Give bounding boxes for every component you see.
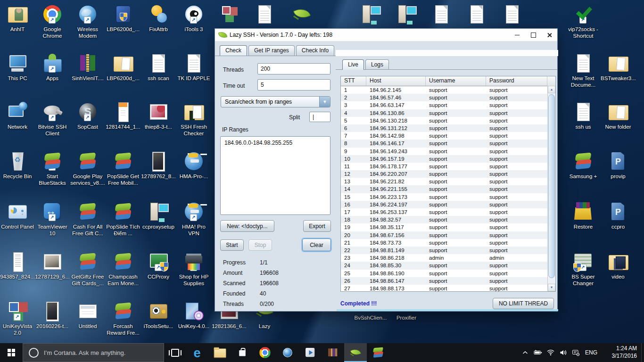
table-row[interactable]: 26184.98.86.147supportsupport [341, 277, 555, 285]
desktop-icon-lbp6200d[interactable]: LBP6200d_... [106, 4, 140, 33]
table-row[interactable]: 21184.98.73.73supportsupport [341, 239, 555, 247]
table-row[interactable]: 1184.96.2.145supportsupport [341, 86, 555, 94]
desktop-icon-doc[interactable] [495, 4, 529, 26]
table-row[interactable]: 27184.98.88.173supportsupport [341, 285, 555, 292]
table-row[interactable]: 7184.96.142.98supportsupport [341, 132, 555, 140]
tray-chevron-button[interactable] [519, 343, 531, 362]
desktop-icon-sinhvienit[interactable]: SinhVienIT.... [70, 53, 105, 82]
desktop-icon-anhit[interactable]: AnhIT [0, 4, 35, 33]
desktop-icon-video[interactable]: video [601, 251, 636, 280]
show-desktop-button[interactable] [641, 343, 644, 362]
desktop-icon-start-bluestacks[interactable]: ↗Start BlueStacks [35, 151, 70, 186]
desktop-icon-new-text-docume[interactable]: New Text Docume... [566, 53, 601, 88]
taskbar-app-store[interactable] [231, 343, 254, 362]
taskbar-app-browser[interactable] [276, 343, 299, 362]
table-row[interactable]: 15184.96.223.173supportsupport [341, 193, 555, 201]
table-row[interactable]: 8184.96.146.17supportsupport [341, 140, 555, 147]
desktop-icon-hma-pro[interactable]: HMA-Pro-... [176, 151, 211, 180]
table-row[interactable]: 3184.96.63.147supportsupport [341, 101, 555, 109]
ip-ranges-textarea[interactable]: 184.96.0.0-184.98.255.255 [220, 136, 330, 215]
results-tab-live[interactable]: Live [342, 59, 364, 70]
desktop-icon-cash-for-all-free-gift-c[interactable]: Cash For All Free Gift C... [70, 201, 105, 237]
desktop-icon-shop-for-hp-supplies[interactable]: ↗Shop for HP Supplies [176, 251, 211, 287]
desktop-icon-hma-pro-vpn[interactable]: ↗HMA! Pro VPN [176, 201, 211, 237]
table-row[interactable]: 23184.98.86.218adminadmin [341, 254, 555, 262]
desktop-icon-sopcast[interactable]: ↗SopCast [70, 101, 105, 130]
desktop-icon-apps[interactable]: ↗Apps [35, 53, 70, 82]
table-scrollbar[interactable]: ▲ ▼ [547, 86, 555, 291]
desktop-icon-lbp6200d[interactable]: LBP6200d_... [106, 53, 140, 82]
language-indicator[interactable]: ENG [582, 343, 600, 362]
table-row[interactable]: 2184.96.57.46supportsupport [341, 94, 555, 101]
clear-button[interactable]: Clear [302, 239, 331, 251]
tab-get-ip-ranges[interactable]: Get IP ranges [248, 45, 295, 56]
column-header-stt[interactable]: STT [341, 76, 366, 86]
desktop-icon-network[interactable]: Network [0, 101, 35, 130]
maximize-button[interactable] [525, 29, 541, 41]
desktop-icon-tk-id-apple[interactable]: TK ID APPLE [176, 53, 211, 82]
scroll-up-icon[interactable]: ▲ [548, 86, 555, 93]
desktop-icon-recycle-bin[interactable]: Recycle Bin [0, 151, 35, 180]
desktop-icon-12814744-1[interactable]: 12814744_1... [106, 101, 140, 130]
table-row[interactable]: 19184.98.35.117supportsupport [341, 223, 555, 231]
column-header-username[interactable]: Username [426, 76, 486, 86]
desktop-icon-unikey-4-0[interactable]: UniKey-4.0... [176, 301, 211, 329]
desktop-icon-popslide-get-free-mobil[interactable]: PopSlide Get Free Mobil... [106, 151, 140, 186]
tab-check-info[interactable]: Check Info [296, 45, 334, 56]
desktop-icon-teamviewer-10[interactable]: ↗TeamViewer 10 [35, 201, 70, 237]
results-tab-logs[interactable]: Logs [365, 59, 389, 70]
close-button[interactable] [541, 29, 557, 41]
split-input[interactable] [309, 112, 330, 122]
table-row[interactable]: 12184.96.220.207supportsupport [341, 170, 555, 178]
table-row[interactable]: 17184.96.253.137supportsupport [341, 208, 555, 216]
task-view-button[interactable] [164, 343, 186, 362]
desktop-icon-new-folder[interactable]: New folder [601, 101, 636, 130]
table-row[interactable]: 18184.98.32.57supportsupport [341, 216, 555, 223]
desktop-icon-ssh-us[interactable]: ssh us [566, 101, 601, 130]
taskbar-app-books[interactable] [322, 343, 344, 362]
desktop-icon-champcash-earn-mone[interactable]: Champcash Earn Mone... [106, 251, 140, 287]
table-row[interactable]: 13184.96.221.82supportsupport [341, 178, 555, 185]
action-center-button[interactable] [570, 343, 582, 362]
desktop-icon-samsung[interactable]: Samsung + [566, 151, 601, 180]
table-row[interactable]: 6184.96.131.212supportsupport [341, 124, 555, 132]
table-row[interactable]: 20184.98.67.156supportsupport [341, 231, 555, 239]
new-button[interactable]: New: <!doctyp... [220, 220, 274, 232]
export-button[interactable]: Export [303, 220, 331, 232]
desktop-icon-itools-3[interactable]: ↗iTools 3 [176, 4, 211, 33]
desktop-icon-restore[interactable]: Restore [566, 201, 601, 230]
taskbar-app-edge[interactable] [186, 343, 208, 362]
battery-button[interactable] [531, 343, 544, 362]
desktop-icon-ssh-scan[interactable]: ssh scan [141, 53, 176, 82]
desktop-icon-forcash-reward-fre[interactable]: Forcash Reward Fre... [106, 301, 140, 336]
minimize-button[interactable] [509, 29, 525, 41]
taskbar-app-bluestacks[interactable] [367, 343, 389, 362]
desktop-icon-20160226-t[interactable]: 20160226-t... [35, 301, 70, 329]
desktop-icon-google-play-services-v8[interactable]: Google Play services_v8.... [70, 151, 105, 186]
desktop-icon-12789762-8[interactable]: 12789762_8... [141, 151, 176, 180]
desktop-icon-provip[interactable]: provip [601, 151, 636, 180]
desktop-icon-itoolssetu[interactable]: iToolsSetu... [141, 301, 176, 329]
desktop-icon-doc[interactable] [424, 4, 459, 26]
window-titlebar[interactable]: Lazy SSH - Version 1.7.0 - Day lefts: 19… [215, 29, 557, 41]
table-row[interactable]: 9184.96.149.243supportsupport [341, 148, 555, 155]
start-button[interactable]: Start [220, 239, 244, 251]
column-header-password[interactable]: Password [486, 76, 547, 86]
timeout-input[interactable] [257, 79, 330, 90]
taskbar-app-chrome[interactable] [254, 343, 276, 362]
table-row[interactable]: 25184.98.86.190supportsupport [341, 270, 555, 277]
scan-mode-dropdown[interactable]: Scan/check from ip ranges [221, 96, 330, 107]
scroll-down-icon[interactable]: ▼ [548, 284, 555, 291]
tab-check[interactable]: Check [220, 45, 247, 56]
cortana-search-box[interactable]: I’m Cortana. Ask me anything. [23, 343, 164, 362]
desktop-icon-ccproxy[interactable]: ↗CCProxy [141, 251, 176, 280]
dropdown-arrow-icon[interactable] [319, 97, 330, 107]
desktop-icon-doc[interactable] [459, 4, 494, 26]
table-row[interactable]: 24184.98.85.30supportsupport [341, 262, 555, 269]
desktop-icon-pccd[interactable] [353, 4, 388, 26]
desktop-icon-thiep8-3-t[interactable]: thiep8-3-t... [141, 101, 176, 130]
stop-button[interactable]: Stop [248, 239, 272, 251]
desktop-icon-untitled[interactable]: Untitled [70, 301, 105, 329]
table-row[interactable]: 5184.96.130.218supportsupport [341, 117, 555, 124]
desktop-icon-unikeyred[interactable] [212, 4, 247, 26]
